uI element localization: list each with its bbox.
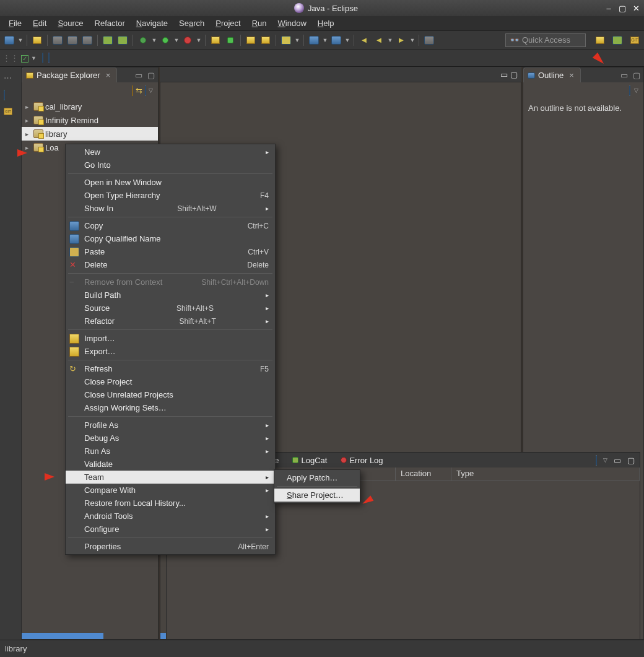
open-type-button[interactable] xyxy=(244,33,258,47)
dropdown-icon[interactable]: ▼ xyxy=(151,33,157,47)
maximize-view-icon[interactable]: ▢ xyxy=(146,69,157,80)
dropdown-icon[interactable]: ▼ xyxy=(173,33,180,47)
tab-logcat[interactable]: LogCat xyxy=(289,455,331,466)
toolbar-item[interactable] xyxy=(42,53,43,63)
ctx-refresh[interactable]: ↻RefreshF5 xyxy=(66,362,275,375)
save-button[interactable] xyxy=(51,33,64,47)
new-wizard-button[interactable] xyxy=(2,33,16,47)
ctx-go-into[interactable]: Go Into xyxy=(66,159,275,172)
collapse-all-icon[interactable] xyxy=(132,86,133,95)
back-button[interactable]: ◄ xyxy=(357,33,371,47)
menu-navigate[interactable]: Navigate xyxy=(131,17,173,29)
ctx-export[interactable]: Export… xyxy=(66,345,275,358)
ctx-paste[interactable]: PasteCtrl+V xyxy=(66,245,275,258)
ctx-team[interactable]: Team▸ xyxy=(66,471,275,484)
git-trim-item[interactable]: GIT xyxy=(4,108,17,121)
new-class-button[interactable] xyxy=(224,33,237,47)
menu-source[interactable]: Source xyxy=(53,17,88,29)
ctx-build-path[interactable]: Build Path▸ xyxy=(66,289,275,302)
save-all-button[interactable] xyxy=(66,33,79,47)
minimize-view-icon[interactable]: ▭ xyxy=(133,69,144,80)
menu-edit[interactable]: Edit xyxy=(28,17,51,29)
dropdown-icon[interactable]: ▼ xyxy=(387,33,393,47)
android-sdk-button[interactable] xyxy=(101,33,115,47)
maximize-view-icon[interactable]: ▢ xyxy=(627,456,635,465)
menu-help[interactable]: Help xyxy=(313,17,339,29)
ctx-android-tools[interactable]: Android Tools▸ xyxy=(66,510,275,523)
toolbar-item[interactable] xyxy=(48,53,50,63)
close-tab-icon[interactable]: × xyxy=(106,71,111,80)
ctx-restore-history[interactable]: Restore from Local History... xyxy=(66,497,275,510)
package-explorer-tab[interactable]: Package Explorer × xyxy=(22,67,117,82)
pin-editor-button[interactable] xyxy=(422,33,436,47)
ctx-new[interactable]: New▸ xyxy=(66,146,275,159)
print-button[interactable] xyxy=(80,33,94,47)
tree-item-infinity-remind[interactable]: ▸ Infinity Remind xyxy=(22,113,158,127)
toolbar-dropdown-icon[interactable]: ▼ xyxy=(17,33,24,47)
expand-icon[interactable]: ▸ xyxy=(25,117,32,124)
minimize-button[interactable]: – xyxy=(603,2,614,14)
tab-error-log[interactable]: Error Log xyxy=(337,455,386,466)
open-task-button[interactable] xyxy=(259,33,272,47)
ctx-open-type-hierarchy[interactable]: Open Type HierarchyF4 xyxy=(66,189,275,202)
quick-access-input[interactable]: 👓 Quick Access xyxy=(505,33,586,47)
ctx-compare-with[interactable]: Compare With▸ xyxy=(66,484,275,497)
maximize-view-icon[interactable]: ▢ xyxy=(631,69,642,80)
expand-icon[interactable]: ▸ xyxy=(25,131,32,137)
ctx-copy-qualified[interactable]: Copy Qualified Name xyxy=(66,232,275,245)
ctx-run-as[interactable]: Run As▸ xyxy=(66,445,275,458)
maximize-button[interactable]: ▢ xyxy=(617,2,628,14)
ctx-show-in[interactable]: Show InShift+Alt+W▸ xyxy=(66,202,275,215)
ctx-properties[interactable]: PropertiesAlt+Enter xyxy=(66,540,275,553)
ctx-open-new-window[interactable]: Open in New Window xyxy=(66,176,275,189)
new-button[interactable] xyxy=(30,33,44,47)
ctx-close-unrelated[interactable]: Close Unrelated Projects xyxy=(66,388,275,401)
submenu-share-project[interactable]: Share Project… xyxy=(274,489,360,502)
dropdown-icon[interactable]: ▼ xyxy=(196,33,202,47)
minimize-view-icon[interactable]: ▭ xyxy=(614,456,621,465)
outline-toolbar-item[interactable] xyxy=(629,86,630,95)
menu-window[interactable]: Window xyxy=(273,17,311,29)
search-button[interactable] xyxy=(279,33,293,47)
minimize-editor-icon[interactable]: ▭ xyxy=(500,70,508,79)
back-history-button[interactable]: ◄ xyxy=(372,33,386,47)
view-menu-icon[interactable]: ▽ xyxy=(634,87,638,94)
ctx-import[interactable]: Import… xyxy=(66,332,275,345)
minimize-view-icon[interactable]: ▭ xyxy=(619,69,630,80)
trim-item[interactable] xyxy=(4,90,17,104)
annotate-button[interactable] xyxy=(307,33,321,47)
ctx-validate[interactable]: Validate xyxy=(66,458,275,471)
link-editor-icon[interactable]: ⇆ xyxy=(136,86,142,95)
menu-refactor[interactable]: Refactor xyxy=(90,17,130,29)
ctx-profile-as[interactable]: Profile As▸ xyxy=(66,419,275,432)
ctx-debug-as[interactable]: Debug As▸ xyxy=(66,432,275,445)
checkbox-icon[interactable]: ✓ xyxy=(21,53,28,63)
menu-file[interactable]: File xyxy=(4,17,27,29)
coverage-button[interactable] xyxy=(181,33,194,47)
avd-manager-button[interactable] xyxy=(116,33,129,47)
handle-icon[interactable]: ⋮⋮ xyxy=(2,53,19,63)
dropdown-icon[interactable]: ▼ xyxy=(294,33,300,47)
focus-icon[interactable] xyxy=(145,86,146,95)
next-annotation-button[interactable] xyxy=(329,33,343,47)
forward-button[interactable]: ► xyxy=(394,33,408,47)
tree-item-library[interactable]: ▸ library xyxy=(22,127,158,141)
open-perspective-button[interactable] xyxy=(593,33,607,47)
dropdown-icon[interactable]: ▼ xyxy=(31,55,37,61)
menu-search[interactable]: Search xyxy=(174,17,209,29)
new-package-button[interactable] xyxy=(209,33,222,47)
panel-toolbar-item[interactable] xyxy=(596,456,597,465)
java-perspective-button[interactable] xyxy=(611,33,624,47)
ctx-copy[interactable]: CopyCtrl+C xyxy=(66,219,275,232)
run-button[interactable] xyxy=(159,33,172,47)
submenu-apply-patch[interactable]: Apply Patch… xyxy=(274,471,360,484)
menu-project[interactable]: Project xyxy=(211,17,245,29)
col-type[interactable]: Type xyxy=(451,468,640,481)
restore-icon[interactable]: ⋯ xyxy=(4,73,17,87)
ctx-assign-ws[interactable]: Assign Working Sets… xyxy=(66,401,275,414)
scrollbar[interactable] xyxy=(22,633,103,639)
debug-button[interactable] xyxy=(136,33,150,47)
view-menu-icon[interactable]: ▽ xyxy=(603,457,607,463)
ctx-source[interactable]: SourceShift+Alt+S▸ xyxy=(66,302,275,315)
col-location[interactable]: Location xyxy=(396,468,451,481)
